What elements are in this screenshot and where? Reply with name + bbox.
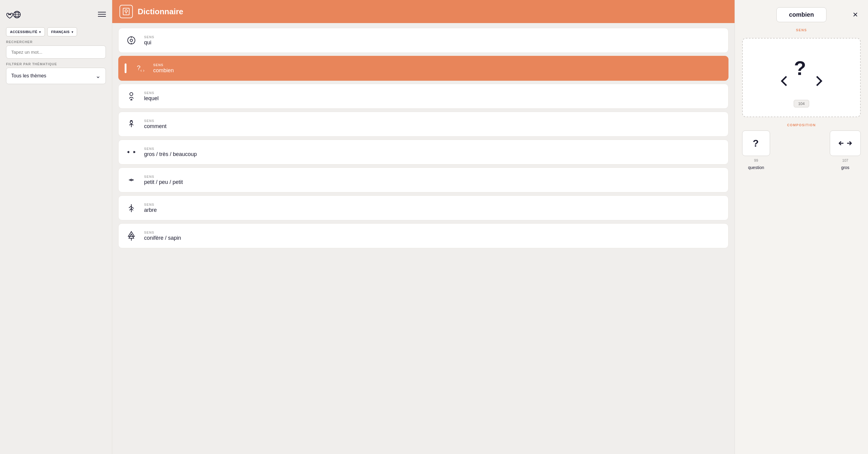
sidebar: ACCESSIBILITÉ ▾ FRANÇAIS ▾ RECHERCHER FI… (0, 0, 112, 454)
word-card-conifere[interactable]: SENS conifère / sapin (118, 223, 728, 248)
page-header: Dictionnaire (112, 0, 735, 23)
svg-text:?: ? (137, 64, 141, 71)
composition-card-question[interactable]: ? (742, 130, 770, 156)
composition-item-gros: 107 gros (830, 130, 861, 170)
svg-line-22 (129, 206, 131, 208)
logo-icon (6, 8, 21, 20)
search-input[interactable] (6, 46, 106, 59)
main-content: Dictionnaire SENS qui ? (112, 0, 735, 454)
word-icon-comment (125, 117, 138, 131)
svg-text:‹ ›: ‹ › (141, 68, 145, 73)
language-chevron: ▾ (71, 30, 73, 34)
word-icon-petit (125, 173, 138, 187)
sidebar-controls: ACCESSIBILITÉ ▾ FRANÇAIS ▾ (6, 27, 106, 36)
word-content-qui: SENS qui (144, 35, 154, 46)
word-content-petit: SENS petit / peu / petit (144, 175, 183, 185)
word-content-combien: SENS combien (153, 63, 174, 74)
hamburger-button[interactable] (98, 12, 106, 17)
logo (6, 8, 21, 20)
word-icon-combien: ? ‹ › (134, 62, 147, 75)
word-icon-qui (125, 34, 138, 47)
svg-text:?: ? (794, 57, 806, 79)
composition-section: COMPOSITION ? 99 question (742, 123, 861, 170)
word-card-qui[interactable]: SENS qui (118, 28, 728, 53)
composition-item-question: ? 99 question (742, 130, 770, 170)
composition-card-gros[interactable] (830, 130, 861, 156)
detail-header: combien ✕ (742, 7, 861, 22)
word-content-comment: SENS comment (144, 119, 166, 129)
svg-point-20 (130, 121, 132, 123)
word-content-arbre: SENS arbre (144, 203, 157, 213)
word-content-lequel: SENS lequel (144, 91, 159, 102)
svg-point-12 (130, 39, 132, 41)
language-dropdown[interactable]: FRANÇAIS ▾ (47, 27, 77, 36)
word-content-gros: SENS gros / très / beaucoup (144, 147, 197, 157)
word-icon-gros (125, 145, 138, 159)
language-label: FRANÇAIS (51, 30, 70, 34)
svg-line-23 (131, 207, 134, 209)
sidebar-header (6, 6, 106, 24)
word-content-conifere: SENS conifère / sapin (144, 231, 181, 241)
word-icon-conifere (125, 229, 138, 242)
close-button[interactable]: ✕ (850, 9, 861, 20)
svg-point-0 (8, 14, 9, 15)
accessibility-label: ACCESSIBILITÉ (10, 30, 37, 34)
detail-title: combien (776, 7, 826, 22)
word-icon-arbre (125, 201, 138, 215)
filter-value: Tous les thèmes (11, 73, 46, 79)
svg-point-1 (10, 14, 11, 15)
svg-text:?: ? (753, 138, 759, 149)
search-section-label: RECHERCHER (6, 40, 106, 44)
dictionary-icon (120, 5, 133, 18)
sign-card: ? 104 (742, 38, 861, 117)
word-card-gros[interactable]: SENS gros / très / beaucoup (118, 140, 728, 164)
word-card-petit[interactable]: SENS petit / peu / petit (118, 168, 728, 192)
svg-point-10 (126, 13, 126, 14)
page-title: Dictionnaire (138, 7, 183, 17)
word-list: SENS qui ? ‹ › SENS combien (112, 23, 735, 454)
filter-section-label: FILTRER PAR THÉMATIQUE (6, 62, 106, 66)
accessibility-chevron: ▾ (39, 30, 41, 34)
search-section: RECHERCHER (6, 40, 106, 59)
word-card-lequel[interactable]: SENS lequel (118, 84, 728, 109)
word-card-comment[interactable]: SENS comment (118, 112, 728, 137)
svg-point-17 (130, 93, 133, 96)
theme-filter-dropdown[interactable]: Tous les thèmes ⌄ (6, 68, 106, 84)
composition-label: COMPOSITION (742, 123, 861, 127)
word-card-arbre[interactable]: SENS arbre (118, 195, 728, 220)
detail-panel: combien ✕ SENS ? 104 COMPOSITION ? (735, 0, 868, 454)
sign-illustration: ? (777, 48, 826, 96)
accessibility-dropdown[interactable]: ACCESSIBILITÉ ▾ (6, 27, 45, 36)
word-card-combien[interactable]: ? ‹ › SENS combien (118, 56, 728, 81)
svg-point-8 (125, 10, 127, 12)
filter-section: FILTRER PAR THÉMATIQUE Tous les thèmes ⌄ (6, 62, 106, 84)
sign-number: 104 (794, 100, 809, 108)
sens-label: SENS (742, 28, 861, 32)
composition-items: ? 99 question 107 gros (742, 130, 861, 170)
active-indicator (125, 63, 126, 73)
word-icon-lequel (125, 90, 138, 103)
filter-chevron-icon: ⌄ (96, 72, 101, 80)
